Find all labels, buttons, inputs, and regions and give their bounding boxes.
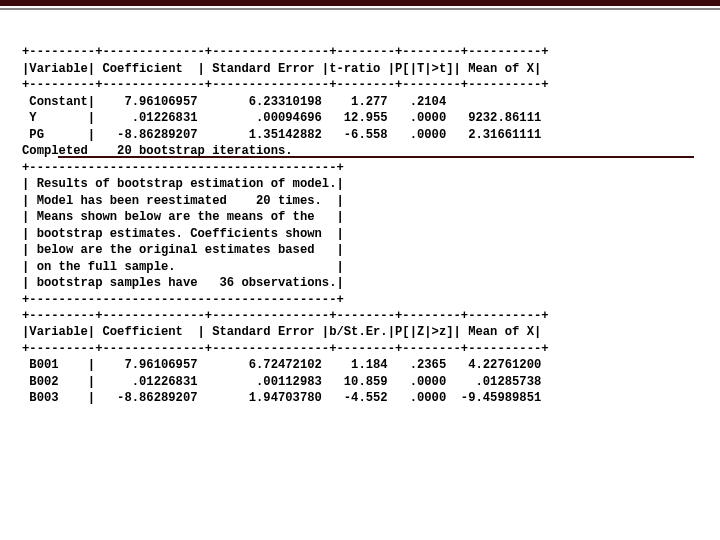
results-box-border-top: +---------------------------------------… <box>22 161 344 175</box>
table2-header: |Variable| Coefficient | Standard Error … <box>22 325 541 339</box>
table2-border-top: +---------+--------------+--------------… <box>22 309 549 323</box>
results-box-line: | below are the original estimates based… <box>22 243 344 257</box>
table1-border-mid: +---------+--------------+--------------… <box>22 78 549 92</box>
table1-row-constant: Constant| 7.96106957 6.23310198 1.277 .2… <box>22 95 446 109</box>
table1-border-top: +---------+--------------+--------------… <box>22 45 549 59</box>
table1-row-pg: PG | -8.86289207 1.35142882 -6.558 .0000… <box>22 128 541 142</box>
results-box-border-bot: +---------------------------------------… <box>22 293 344 307</box>
table2-row-b001: B001 | 7.96106957 6.72472102 1.184 .2365… <box>22 358 541 372</box>
results-box-line: | Model has been reestimated 20 times. | <box>22 194 344 208</box>
results-box-line: | on the full sample. | <box>22 260 344 274</box>
table1-header-underline <box>58 156 694 158</box>
top-rule <box>0 0 720 6</box>
results-box-line: | bootstrap samples have 36 observations… <box>22 276 344 290</box>
results-box-line: | Results of bootstrap estimation of mod… <box>22 177 344 191</box>
table1-header: |Variable| Coefficient | Standard Error … <box>22 62 541 76</box>
slide: +---------+--------------+--------------… <box>0 0 720 540</box>
table2-border-mid: +---------+--------------+--------------… <box>22 342 549 356</box>
regression-output: +---------+--------------+--------------… <box>0 10 720 407</box>
table1-row-y: Y | .01226831 .00094696 12.955 .0000 923… <box>22 111 541 125</box>
table2-row-b003: B003 | -8.86289207 1.94703780 -4.552 .00… <box>22 391 541 405</box>
results-box-line: | Means shown below are the means of the… <box>22 210 344 224</box>
table2-row-b002: B002 | .01226831 .00112983 10.859 .0000 … <box>22 375 541 389</box>
results-box-line: | bootstrap estimates. Coefficients show… <box>22 227 344 241</box>
